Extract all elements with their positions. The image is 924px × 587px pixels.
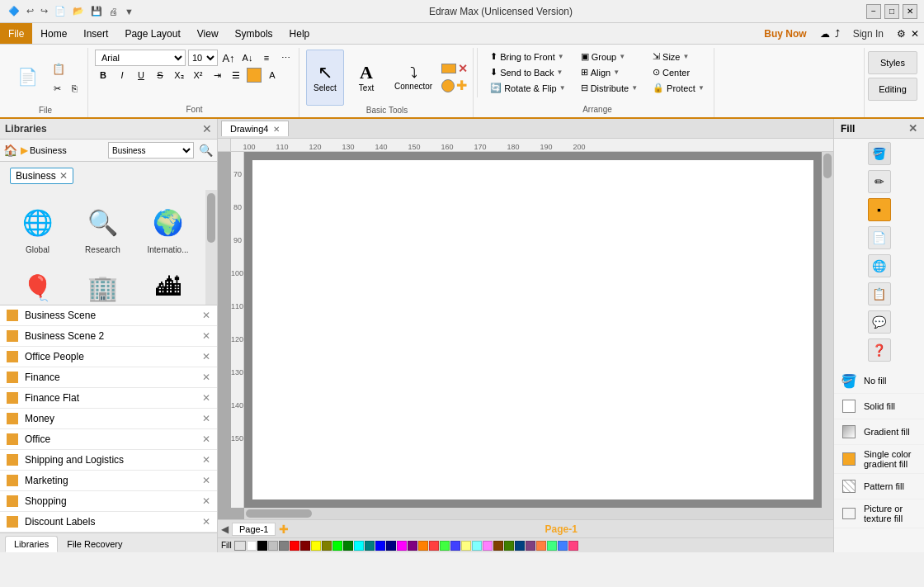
text-btn[interactable]: A Text xyxy=(347,50,385,106)
align-btn[interactable]: ⊞ Align ▼ xyxy=(577,65,642,79)
protect-btn[interactable]: 🔒 Protect ▼ xyxy=(648,81,709,95)
library-icons-scroll[interactable]: 🌐 Global 🔍 Research 🌍 Internatio... 🎈 xyxy=(0,190,205,305)
fill-pencil-btn[interactable]: ✏ xyxy=(868,170,891,193)
cat-close-btn[interactable]: ✕ xyxy=(202,495,210,507)
tab-file-recovery[interactable]: File Recovery xyxy=(58,536,131,552)
icon-research[interactable]: 🔍 Research xyxy=(72,196,134,258)
share-icon[interactable]: ⤴ xyxy=(835,28,840,40)
icon-building[interactable]: 🏢 xyxy=(72,262,134,305)
cat-close-btn[interactable]: ✕ xyxy=(202,310,210,321)
color-swatch-lime[interactable] xyxy=(332,541,342,551)
fill-panel-close-btn[interactable]: ✕ xyxy=(908,122,917,135)
canvas-tab-drawing4[interactable]: Drawing4 ✕ xyxy=(221,121,289,136)
icon-balloon[interactable]: 🎈 xyxy=(7,262,68,305)
size-btn[interactable]: ⇲ Size ▼ xyxy=(648,50,709,64)
cat-close-btn[interactable]: ✕ xyxy=(202,516,210,528)
connector-btn[interactable]: ⤵ Connector xyxy=(389,50,438,106)
color-swatch-orange[interactable] xyxy=(418,541,428,551)
horizontal-scrollbar[interactable] xyxy=(244,508,833,519)
cat-business-scene-2[interactable]: Business Scene 2 ✕ xyxy=(0,326,217,347)
color-swatch-olive[interactable] xyxy=(322,541,332,551)
cat-business-scene[interactable]: Business Scene ✕ xyxy=(0,305,217,326)
save-btn[interactable]: 💾 xyxy=(89,4,104,18)
fill-option-pattern[interactable]: Pattern fill xyxy=(834,474,924,499)
cat-close-btn[interactable]: ✕ xyxy=(202,475,210,486)
color-swatch-cobalt[interactable] xyxy=(515,541,525,551)
fill-help-btn[interactable]: ❓ xyxy=(868,338,891,362)
format-more-btn[interactable]: ⋯ xyxy=(277,50,294,66)
font-color-btn[interactable]: A xyxy=(264,67,280,83)
color-swatch-darkgray[interactable] xyxy=(279,541,289,551)
fill-option-gradient[interactable]: Gradient fill xyxy=(834,419,924,445)
color-swatch-black[interactable] xyxy=(257,541,267,551)
icon-international[interactable]: 🌍 Internatio... xyxy=(137,196,199,258)
cat-marketing[interactable]: Marketing ✕ xyxy=(0,471,217,491)
editing-panel-btn[interactable]: Editing xyxy=(868,78,917,101)
cat-close-btn[interactable]: ✕ xyxy=(202,372,210,383)
cat-close-btn[interactable]: ✕ xyxy=(202,433,210,445)
lib-vertical-scrollbar[interactable] xyxy=(205,190,217,305)
color-swatch-chartreuse[interactable] xyxy=(504,541,514,551)
color-swatch-white[interactable] xyxy=(247,541,257,551)
new-file-btn[interactable]: 📄 xyxy=(8,50,46,106)
menu-symbols[interactable]: Symbols xyxy=(227,23,281,44)
menu-help[interactable]: Help xyxy=(281,23,318,44)
color-swatch-navy[interactable] xyxy=(386,541,396,551)
redo-btn[interactable]: ↪ xyxy=(39,4,50,18)
new-btn[interactable]: 📄 xyxy=(53,4,68,18)
icon-global[interactable]: 🌐 Global xyxy=(7,196,68,258)
library-close-btn[interactable]: ✕ xyxy=(202,122,212,135)
cut-btn[interactable]: ✂ xyxy=(49,80,65,97)
color-swatch-salmon[interactable] xyxy=(429,541,439,551)
color-swatch-blue[interactable] xyxy=(375,541,385,551)
fill-option-texture[interactable]: Picture or texture fill xyxy=(834,499,924,528)
superscript-btn[interactable]: X² xyxy=(190,67,206,83)
color-swatch-mint[interactable] xyxy=(547,541,557,551)
color-swatch-lightmagenta[interactable] xyxy=(483,541,493,551)
cat-close-btn[interactable]: ✕ xyxy=(202,392,210,404)
fill-option-solid[interactable]: Solid fill xyxy=(834,394,924,419)
color-swatch-teal[interactable] xyxy=(365,541,375,551)
list-btn[interactable]: ☰ xyxy=(228,67,244,83)
bold-btn[interactable]: B xyxy=(95,67,111,83)
close-icon[interactable]: ✕ xyxy=(911,28,919,40)
cat-money[interactable]: Money ✕ xyxy=(0,409,217,429)
cat-close-btn[interactable]: ✕ xyxy=(202,330,210,342)
strikethrough-btn[interactable]: S xyxy=(152,67,168,83)
close-btn[interactable]: ✕ xyxy=(903,4,917,19)
color-swatch-lightcyan[interactable] xyxy=(472,541,482,551)
cat-office[interactable]: Office ✕ xyxy=(0,429,217,450)
italic-btn[interactable]: I xyxy=(114,67,130,83)
buy-now-btn[interactable]: Buy Now xyxy=(756,23,814,44)
business-tag-close-btn[interactable]: ✕ xyxy=(59,170,68,182)
cat-close-btn[interactable]: ✕ xyxy=(202,454,210,466)
maximize-btn[interactable]: □ xyxy=(884,4,899,19)
cat-shipping[interactable]: Shipping and Logistics ✕ xyxy=(0,450,217,471)
color-swatch-red[interactable] xyxy=(290,541,299,551)
cat-finance-flat[interactable]: Finance Flat ✕ xyxy=(0,388,217,409)
fill-option-single-gradient[interactable]: Single color gradient fill xyxy=(834,445,924,474)
underline-btn[interactable]: U xyxy=(133,67,149,83)
menu-insert[interactable]: Insert xyxy=(75,23,116,44)
color-swatch-green[interactable] xyxy=(343,541,353,551)
color-swatch-peach[interactable] xyxy=(536,541,546,551)
cat-discount[interactable]: Discount Labels ✕ xyxy=(0,512,217,533)
fill-page-btn[interactable]: 📄 xyxy=(868,226,891,249)
icon-city[interactable]: 🏙 xyxy=(137,262,199,305)
color-swatch-yellow[interactable] xyxy=(311,541,321,551)
undo-btn[interactable]: ↩ xyxy=(25,4,35,18)
color-swatch-cornblue[interactable] xyxy=(450,541,460,551)
canvas-tab-close[interactable]: ✕ xyxy=(273,125,280,134)
bring-to-front-btn[interactable]: ⬆ Bring to Front ▼ xyxy=(486,50,570,64)
rotate-flip-btn[interactable]: 🔄 Rotate & Flip ▼ xyxy=(486,81,570,95)
paragraph-btn[interactable]: ≡ xyxy=(258,50,275,66)
minimize-btn[interactable]: − xyxy=(866,4,881,19)
highlight-btn[interactable] xyxy=(247,68,262,83)
font-increase-btn[interactable]: A↑ xyxy=(220,50,237,66)
page-prev-btn[interactable]: ◀ xyxy=(221,523,229,535)
no-fill-swatch[interactable] xyxy=(234,541,246,551)
menu-view[interactable]: View xyxy=(189,23,227,44)
cloud-icon[interactable]: ☁ xyxy=(820,28,830,40)
lib-dropdown[interactable]: Business xyxy=(108,142,194,159)
color-swatch-brown[interactable] xyxy=(493,541,503,551)
